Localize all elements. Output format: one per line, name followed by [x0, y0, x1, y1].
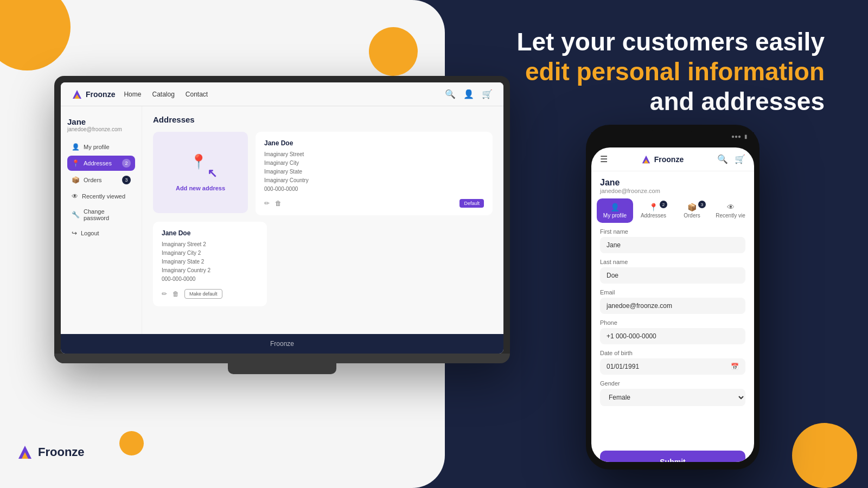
address2-street: Imaginary Street 2 [162, 240, 258, 249]
sidebar-user-email: janedoe@froonze.com [67, 126, 135, 132]
firstname-label: First name [600, 228, 745, 235]
delete-icon-1[interactable]: 🗑 [275, 200, 282, 207]
phone-tabs: 👤 My profile 📍 Addresses 2 📦 Orders 3 👁 … [591, 198, 754, 223]
address1-name: Jane Doe [264, 139, 484, 147]
nav-link-home[interactable]: Home [124, 91, 141, 98]
laptop-base [54, 354, 510, 363]
sidebar-change-pwd-label: Change password [84, 208, 131, 221]
phone-logo: Froonze [641, 155, 684, 164]
circle-decoration-bm [119, 431, 144, 455]
brand-logo-bottom: Froonze [16, 444, 85, 461]
address-row-1: 📍 ↖ Add new address Jane Doe Imaginary S… [153, 132, 493, 215]
sidebar-logout-label: Logout [81, 230, 99, 236]
headline-line3: and addresses [650, 87, 825, 115]
address1-city: Imaginary City [264, 159, 484, 168]
search-icon[interactable]: 🔍 [445, 89, 456, 99]
form-group-gender: Gender Female [600, 380, 745, 406]
address-card-1: Jane Doe Imaginary Street Imaginary City… [256, 132, 493, 215]
circle-decoration-br [792, 423, 857, 488]
form-group-phone: Phone [600, 319, 745, 344]
browser-navbar: Froonze Home Catalog Contact 🔍 👤 🛒 [61, 82, 503, 106]
phone-search-icon[interactable]: 🔍 [717, 154, 728, 164]
signal-icon: ●●● [731, 133, 741, 139]
tab-orders-icon: 📦 [687, 203, 697, 211]
phone-notch [651, 125, 694, 132]
tab-addresses-icon: 📍 [649, 203, 658, 211]
tab-myprofile-icon: 👤 [610, 203, 620, 211]
phone-label: Phone [600, 319, 745, 326]
lastname-label: Last name [600, 259, 745, 265]
sidebar-item-orders[interactable]: 📦 Orders 3 [67, 172, 135, 188]
dob-input-display[interactable]: 01/01/1991 📅 [600, 358, 745, 375]
logo-icon [16, 444, 34, 461]
sidebar-item-addresses[interactable]: 📍 Addresses 2 [67, 156, 135, 171]
edit-icon-2[interactable]: ✏ [162, 290, 167, 298]
add-address-label: Add new address [176, 185, 225, 191]
sidebar-item-recently-viewed[interactable]: 👁 Recently viewed [67, 189, 135, 203]
email-input[interactable] [600, 298, 745, 314]
dob-label: Date of birth [600, 350, 745, 356]
lastname-input[interactable] [600, 267, 745, 284]
add-address-icons: 📍 ↖ [184, 153, 217, 181]
logo-text: Froonze [38, 445, 85, 459]
nav-link-catalog[interactable]: Catalog [152, 91, 174, 98]
firstname-input[interactable] [600, 237, 745, 253]
phone-screen: ☰ Froonze 🔍 🛒 Jane janedoe@froonze.com [591, 147, 754, 462]
gender-select[interactable]: Female [600, 389, 745, 406]
email-label: Email [600, 289, 745, 296]
sidebar-item-logout[interactable]: ↪ Logout [67, 226, 135, 240]
edit-icon-1[interactable]: ✏ [264, 200, 270, 207]
phone-input[interactable] [600, 328, 745, 344]
address1-state: Imaginary State [264, 168, 484, 176]
phone-tab-addresses[interactable]: 📍 Addresses 2 [635, 198, 672, 223]
logout-icon: ↪ [72, 229, 77, 237]
addresses-title: Addresses [153, 115, 493, 124]
sidebar-user-name: Jane [67, 117, 135, 126]
headline-section: Let your customers easily edit personal … [499, 27, 825, 117]
address-card-2: Jane Doe Imaginary Street 2 Imaginary Ci… [153, 222, 267, 306]
form-group-firstname: First name [600, 228, 745, 253]
add-address-card[interactable]: 📍 ↖ Add new address [153, 132, 248, 213]
nav-link-contact[interactable]: Contact [186, 91, 208, 98]
phone-tab-myprofile[interactable]: 👤 My profile [597, 198, 633, 223]
sidebar-myprofile-label: My profile [84, 144, 110, 150]
phone-navbar: ☰ Froonze 🔍 🛒 [591, 147, 754, 171]
orders-icon: 📦 [72, 176, 80, 184]
laptop-footer: Froonze [61, 334, 503, 354]
hamburger-icon[interactable]: ☰ [600, 154, 608, 164]
address1-phone: 000-000-0000 [264, 185, 484, 194]
account-icon[interactable]: 👤 [463, 89, 474, 99]
tab-recently-label: Recently vie [716, 213, 745, 219]
phone-cart-icon[interactable]: 🛒 [735, 154, 745, 164]
sidebar-item-myprofile[interactable]: 👤 My profile [67, 140, 135, 154]
address2-name: Jane Doe [162, 229, 258, 237]
form-group-lastname: Last name [600, 259, 745, 284]
cursor-icon: ↖ [207, 166, 217, 181]
address2-state: Imaginary State 2 [162, 258, 258, 266]
addresses-badge: 2 [122, 159, 131, 168]
browser-logo: Froonze [72, 89, 115, 100]
form-group-dob: Date of birth 01/01/1991 📅 [600, 350, 745, 375]
phone-tab-recently[interactable]: 👁 Recently vie [712, 198, 749, 223]
laptop-stand [228, 363, 336, 374]
delete-icon-2[interactable]: 🗑 [173, 290, 179, 298]
tab-myprofile-label: My profile [603, 213, 627, 219]
laptop-outer: Froonze Home Catalog Contact 🔍 👤 🛒 [54, 76, 510, 363]
tab-addresses-badge: 2 [660, 201, 667, 208]
phone-user-info: Jane janedoe@froonze.com [591, 171, 754, 198]
tab-addresses-label: Addresses [641, 213, 666, 219]
gender-label: Gender [600, 380, 745, 387]
submit-button[interactable]: Submit [600, 451, 745, 462]
address-row-2: Jane Doe Imaginary Street 2 Imaginary Ci… [153, 222, 493, 306]
sidebar-item-change-password[interactable]: 🔧 Change password [67, 205, 135, 224]
pin-icon: 📍 [190, 153, 207, 170]
address2-phone: 000-000-0000 [162, 275, 258, 284]
address1-country: Imaginary Country [264, 176, 484, 185]
calendar-icon: 📅 [731, 363, 739, 370]
cart-icon[interactable]: 🛒 [482, 89, 493, 99]
address2-country: Imaginary Country 2 [162, 266, 258, 275]
phone-tab-orders[interactable]: 📦 Orders 3 [674, 198, 710, 223]
account-sidebar: Jane janedoe@froonze.com 👤 My profile 📍 … [61, 106, 142, 334]
make-default-button[interactable]: Make default [184, 289, 222, 299]
phone-user-name: Jane [600, 178, 745, 188]
